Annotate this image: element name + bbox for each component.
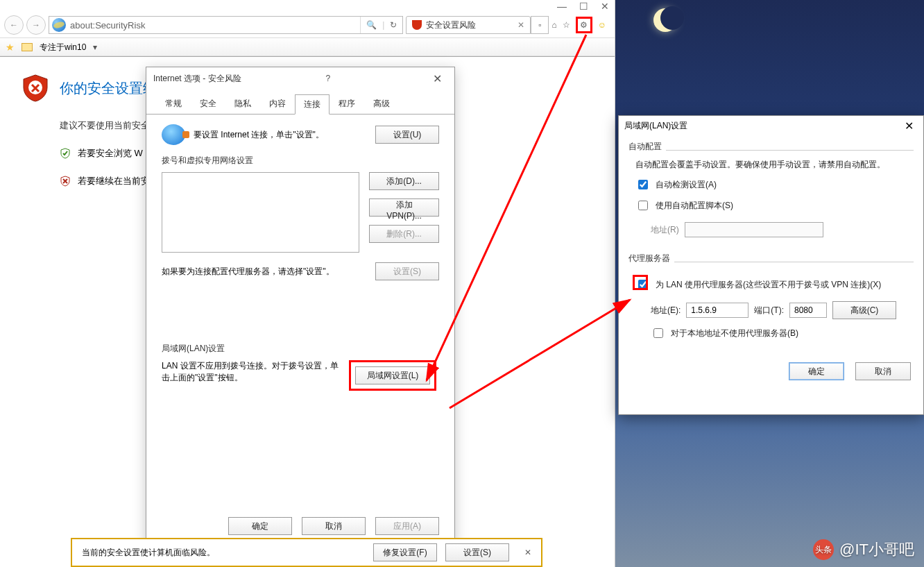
tab-title: 安全设置风险 xyxy=(426,19,476,31)
shield-icon xyxy=(412,20,422,30)
back-button[interactable]: ← xyxy=(4,15,24,35)
proxy-checkbox-highlight xyxy=(633,275,648,290)
tab-general[interactable]: 常规 xyxy=(156,94,191,114)
add-favorite-icon[interactable]: ★ xyxy=(6,42,15,53)
tab-connections[interactable]: 连接 xyxy=(295,94,330,115)
favorites-icon[interactable]: ☆ xyxy=(563,20,570,30)
proxy-port-input[interactable] xyxy=(789,303,827,318)
forward-button[interactable]: → xyxy=(26,15,46,35)
auto-detect-checkbox[interactable]: 自动检测设置(A) xyxy=(635,178,907,192)
script-addr-input xyxy=(685,222,823,237)
lan-section-label: 局域网(LAN)设置 xyxy=(162,343,439,355)
help-icon[interactable]: ? xyxy=(326,74,331,83)
favorites-bar: ★ 专注于win10 ▾ xyxy=(0,37,615,57)
watermark-logo-icon: 头条 xyxy=(813,539,834,560)
auto-config-text: 自动配置会覆盖手动设置。要确保使用手动设置，请禁用自动配置。 xyxy=(635,159,907,171)
home-icon[interactable]: ⌂ xyxy=(551,20,556,30)
security-shield-icon xyxy=(21,74,50,103)
moon-icon xyxy=(653,8,677,32)
auto-script-checkbox[interactable]: 使用自动配置脚本(S) xyxy=(635,198,907,212)
close-icon[interactable]: ✕ xyxy=(601,1,609,11)
address-bar: 🔍 | ↻ xyxy=(49,16,403,34)
lan-cancel-button[interactable]: 取消 xyxy=(855,362,911,380)
watermark: 头条 @IT小哥吧 xyxy=(813,539,914,560)
advanced-button[interactable]: 高级(C) xyxy=(832,301,896,319)
new-tab-button[interactable]: ▫ xyxy=(531,16,549,34)
lan-settings-button[interactable]: 局域网设置(L) xyxy=(355,366,430,384)
tab-programs[interactable]: 程序 xyxy=(330,94,364,114)
use-proxy-checkbox[interactable]: 为 LAN 使用代理服务器(这些设置不用于拨号或 VPN 连接)(X) xyxy=(635,278,907,291)
setup-text: 要设置 Internet 连接，单击"设置"。 xyxy=(194,129,324,141)
dialog-tabs: 常规 安全 隐私 内容 连接 程序 高级 xyxy=(146,94,454,115)
fix-settings-button[interactable]: 修复设置(F) xyxy=(373,543,437,561)
ok-button[interactable]: 确定 xyxy=(228,517,292,535)
proxy-port-label: 端口(T): xyxy=(754,305,784,316)
proxy-hint: 如果要为连接配置代理服务器，请选择"设置"。 xyxy=(162,266,334,278)
browser-tab[interactable]: 安全设置风险 ✕ xyxy=(406,16,531,34)
favorite-link[interactable]: 专注于win10 xyxy=(40,42,86,53)
minimize-icon[interactable]: — xyxy=(557,1,567,11)
apply-button: 应用(A) xyxy=(375,517,439,535)
chevron-down-icon[interactable]: ▾ xyxy=(93,42,97,52)
dial-section-label: 拨号和虚拟专用网络设置 xyxy=(162,155,439,167)
bullet-text-1: 若要安全浏览 W xyxy=(78,147,143,160)
folder-icon xyxy=(22,43,33,51)
maximize-icon[interactable]: ☐ xyxy=(579,1,588,11)
shield-ok-icon xyxy=(60,148,71,159)
proxy-addr-input[interactable] xyxy=(686,303,748,318)
add-button[interactable]: 添加(D)... xyxy=(369,172,439,190)
lan-dialog-title: 局域网(LAN)设置 xyxy=(624,120,687,132)
watermark-text: @IT小哥吧 xyxy=(839,539,914,560)
security-warning-bar: 当前的安全设置使计算机面临风险。 修复设置(F) 设置(S) ✕ xyxy=(71,538,542,567)
tab-close-icon[interactable]: ✕ xyxy=(517,20,524,30)
tab-security[interactable]: 安全 xyxy=(191,94,225,114)
url-input[interactable] xyxy=(69,19,360,31)
proxy-section: 代理服务器 xyxy=(628,253,674,263)
bypass-local-checkbox[interactable]: 对于本地地址不使用代理服务器(B) xyxy=(651,326,907,340)
tab-content[interactable]: 内容 xyxy=(260,94,295,114)
navigation-bar: ← → 🔍 | ↻ 安全设置风险 ✕ ▫ ⌂ ☆ ⚙ ☺ xyxy=(0,12,615,37)
address-actions: 🔍 | ↻ xyxy=(360,17,402,33)
lan-dialog-close-icon[interactable]: ✕ xyxy=(900,119,918,133)
internet-options-dialog: Internet 选项 - 安全风险 ? ✕ 常规 安全 隐私 内容 连接 程序… xyxy=(146,67,455,545)
remove-button: 删除(R)... xyxy=(369,225,439,243)
proxy-addr-label: 地址(E): xyxy=(651,305,681,316)
lan-ok-button[interactable]: 确定 xyxy=(789,362,844,380)
ie-window: — ☐ ✕ ← → 🔍 | ↻ 安全设置风险 ✕ ▫ ⌂ ☆ ⚙ xyxy=(0,0,615,567)
tab-advanced[interactable]: 高级 xyxy=(364,94,399,114)
lan-button-highlight: 局域网设置(L) xyxy=(349,360,436,391)
script-addr-label: 地址(R) xyxy=(651,224,679,236)
window-controls: — ☐ ✕ xyxy=(0,0,615,12)
lan-hint: LAN 设置不应用到拨号连接。对于拨号设置，单击上面的"设置"按钮。 xyxy=(162,360,342,384)
tab-bar: 安全设置风险 ✕ ▫ xyxy=(406,16,549,34)
add-vpn-button[interactable]: 添加 VPN(P)... xyxy=(369,198,439,217)
tools-gear-icon[interactable]: ⚙ xyxy=(576,17,592,33)
refresh-icon[interactable]: ↻ xyxy=(390,20,397,30)
warning-close-icon[interactable]: ✕ xyxy=(524,548,531,557)
dial-connections-list[interactable] xyxy=(162,172,359,253)
warning-text: 当前的安全设置使计算机面临风险。 xyxy=(82,547,215,559)
dialog-close-icon[interactable]: ✕ xyxy=(427,71,447,87)
dialog-title: Internet 选项 - 安全风险 xyxy=(153,73,241,85)
auto-config-section: 自动配置 xyxy=(628,142,666,151)
globe-icon xyxy=(162,124,185,145)
tab-privacy[interactable]: 隐私 xyxy=(225,94,260,114)
ie-logo-icon xyxy=(52,18,66,32)
warn-settings-button[interactable]: 设置(S) xyxy=(445,543,509,561)
lan-settings-dialog: 局域网(LAN)设置 ✕ 自动配置 自动配置会覆盖手动设置。要确保使用手动设置，… xyxy=(618,115,924,415)
smiley-icon[interactable]: ☺ xyxy=(598,20,606,30)
search-icon[interactable]: 🔍 xyxy=(366,20,377,30)
shield-warn-icon xyxy=(60,176,71,187)
setup-button[interactable]: 设置(U) xyxy=(375,126,439,144)
cancel-button[interactable]: 取消 xyxy=(302,517,366,535)
conn-settings-button: 设置(S) xyxy=(375,262,439,280)
